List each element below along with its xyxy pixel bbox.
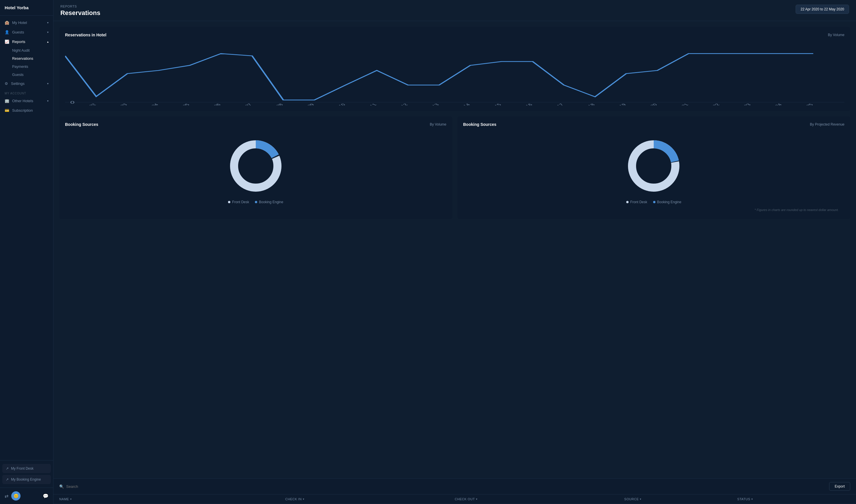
th-name[interactable]: NAME ▾ bbox=[59, 497, 285, 501]
svg-text:2020-05-04: 2020-05-04 bbox=[134, 103, 159, 105]
donut-volume-chart bbox=[65, 131, 446, 198]
svg-text:2020-05-09: 2020-05-09 bbox=[290, 103, 315, 105]
page-header: REPORTS Reservations 22 Apr 2020 to 22 M… bbox=[53, 0, 856, 21]
svg-text:2020-05-20: 2020-05-20 bbox=[633, 103, 658, 105]
search-input[interactable] bbox=[66, 484, 124, 489]
svg-text:2020-05-07: 2020-05-07 bbox=[227, 103, 253, 105]
external-link-icon: ↗ bbox=[6, 478, 9, 482]
svg-text:2020-05-15: 2020-05-15 bbox=[477, 103, 502, 105]
sidebar-item-label: Subscription bbox=[12, 108, 33, 112]
donut-volume-header: Booking Sources By Volume bbox=[65, 122, 446, 127]
sidebar-footer: ⇄ 😊 💬 bbox=[0, 488, 53, 504]
sort-icon: ▾ bbox=[70, 498, 72, 501]
sidebar-item-guests-sub[interactable]: Guests bbox=[12, 71, 53, 79]
front-desk-button[interactable]: ↗ My Front Desk bbox=[2, 464, 51, 473]
switch-icon[interactable]: ⇄ bbox=[5, 493, 8, 499]
donut-revenue-svg bbox=[625, 137, 683, 195]
svg-text:2020-05-17: 2020-05-17 bbox=[539, 103, 564, 105]
booking-engine-dot bbox=[255, 201, 257, 203]
svg-text:2020-05-14: 2020-05-14 bbox=[446, 103, 471, 105]
chevron-down-icon: ▾ bbox=[47, 82, 49, 85]
line-chart-header: Reservations in Hotel By Volume bbox=[65, 33, 844, 37]
donut-revenue-chart bbox=[463, 131, 845, 198]
svg-text:2020-05-06: 2020-05-06 bbox=[196, 103, 222, 105]
sidebar-item-subscription[interactable]: 💳 Subscription bbox=[0, 106, 53, 115]
chat-icon[interactable]: 💬 bbox=[43, 493, 49, 499]
other-hotels-icon: 🏢 bbox=[5, 99, 9, 103]
sort-icon: ▾ bbox=[303, 498, 305, 501]
legend-front-desk: Front Desk bbox=[228, 200, 249, 204]
legend-booking-engine: Booking Engine bbox=[255, 200, 283, 204]
line-chart-card: Reservations in Hotel By Volume 0 2020-0… bbox=[59, 27, 850, 111]
page-title: Reservations bbox=[61, 9, 100, 17]
external-link-icon: ↗ bbox=[6, 467, 9, 470]
legend-front-desk-r: Front Desk bbox=[626, 200, 647, 204]
sidebar-item-settings[interactable]: ⚙ Settings ▾ bbox=[0, 79, 53, 88]
booking-engine-dot-r bbox=[653, 201, 655, 203]
chevron-up-icon: ▴ bbox=[47, 40, 49, 43]
donut-volume-svg bbox=[227, 137, 285, 195]
date-range-button[interactable]: 22 Apr 2020 to 22 May 2020 bbox=[795, 5, 849, 14]
sidebar-item-reservations[interactable]: Reservations bbox=[12, 55, 53, 62]
subscription-icon: 💳 bbox=[5, 108, 9, 112]
avatar[interactable]: 😊 bbox=[11, 491, 20, 501]
table-toolbar: 🔍 Export bbox=[53, 478, 856, 494]
breadcrumb: REPORTS bbox=[61, 5, 100, 8]
donut-revenue-title: Booking Sources bbox=[463, 122, 496, 127]
svg-text:2020-05-23: 2020-05-23 bbox=[726, 103, 752, 105]
chevron-down-icon: ▾ bbox=[47, 99, 49, 103]
front-desk-dot-r bbox=[626, 201, 629, 203]
sort-icon: ▾ bbox=[640, 498, 641, 501]
sidebar-bottom-buttons: ↗ My Front Desk ↗ My Booking Engine bbox=[0, 460, 53, 488]
donut-revenue-header: Booking Sources By Projected Revenue bbox=[463, 122, 845, 127]
sidebar: Hotel Yorba 🏨 My Hotel ▾ 👤 Guests ▾ 📈 Re… bbox=[0, 0, 53, 504]
line-chart-meta: By Volume bbox=[828, 33, 844, 37]
sidebar-item-guests[interactable]: 👤 Guests ▾ bbox=[0, 28, 53, 37]
sidebar-item-label: Other Hotels bbox=[12, 99, 33, 103]
sort-icon: ▾ bbox=[751, 498, 753, 501]
sidebar-item-other-hotels[interactable]: 🏢 Other Hotels ▾ bbox=[0, 96, 53, 106]
footnote: * Figures in charts are rounded up to ne… bbox=[463, 206, 845, 213]
legend-booking-engine-r: Booking Engine bbox=[653, 200, 682, 204]
svg-text:2020-05-10: 2020-05-10 bbox=[321, 103, 346, 105]
sidebar-item-label: My Hotel bbox=[12, 20, 27, 25]
sidebar-logo: Hotel Yorba bbox=[0, 0, 53, 16]
sidebar-item-label: Guests bbox=[12, 30, 24, 34]
sidebar-item-payments[interactable]: Payments bbox=[12, 62, 53, 71]
sidebar-navigation: 🏨 My Hotel ▾ 👤 Guests ▾ 📈 Reports ▴ Nigh… bbox=[0, 16, 53, 460]
sidebar-item-label: Reports bbox=[12, 39, 25, 44]
booking-engine-button[interactable]: ↗ My Booking Engine bbox=[2, 475, 51, 484]
sidebar-item-reports[interactable]: 📈 Reports ▴ bbox=[0, 37, 53, 47]
th-checkout[interactable]: CHECK OUT ▾ bbox=[455, 497, 624, 501]
donut-volume-card: Booking Sources By Volume bbox=[59, 116, 452, 219]
chevron-down-icon: ▾ bbox=[47, 31, 49, 34]
header-left: REPORTS Reservations bbox=[61, 5, 100, 17]
donut-revenue-meta: By Projected Revenue bbox=[810, 122, 844, 126]
export-button[interactable]: Export bbox=[829, 482, 850, 491]
main-content: REPORTS Reservations 22 Apr 2020 to 22 M… bbox=[53, 0, 856, 504]
sort-icon: ▾ bbox=[476, 498, 478, 501]
th-checkin[interactable]: CHECK IN ▾ bbox=[285, 497, 455, 501]
reports-icon: 📈 bbox=[5, 39, 9, 44]
sidebar-item-label: Settings bbox=[11, 82, 24, 86]
svg-text:2020-05-24: 2020-05-24 bbox=[757, 103, 783, 105]
settings-icon: ⚙ bbox=[5, 82, 8, 86]
th-source[interactable]: SOURCE ▾ bbox=[624, 497, 737, 501]
hotel-icon: 🏨 bbox=[5, 20, 9, 25]
sidebar-item-night-audit[interactable]: Night Audit bbox=[12, 47, 53, 55]
th-status[interactable]: STATUS ▾ bbox=[737, 497, 850, 501]
svg-text:2020-05-21: 2020-05-21 bbox=[664, 103, 689, 105]
svg-text:2020-05-02: 2020-05-02 bbox=[71, 103, 97, 105]
svg-text:2020-05-12: 2020-05-12 bbox=[383, 103, 409, 105]
donut-volume-legend: Front Desk Booking Engine bbox=[65, 198, 446, 206]
donut-volume-meta: By Volume bbox=[430, 122, 446, 126]
donut-cards-row: Booking Sources By Volume bbox=[59, 116, 850, 224]
content-area: Reservations in Hotel By Volume 0 2020-0… bbox=[53, 21, 856, 478]
svg-text:2020-05-11: 2020-05-11 bbox=[352, 103, 377, 105]
line-chart-title: Reservations in Hotel bbox=[65, 33, 106, 37]
svg-text:2020-05-03: 2020-05-03 bbox=[103, 103, 128, 105]
svg-text:2020-05-22: 2020-05-22 bbox=[695, 103, 720, 105]
search-box: 🔍 bbox=[59, 484, 124, 489]
reports-submenu: Night Audit Reservations Payments Guests bbox=[0, 47, 53, 79]
sidebar-item-my-hotel[interactable]: 🏨 My Hotel ▾ bbox=[0, 18, 53, 28]
